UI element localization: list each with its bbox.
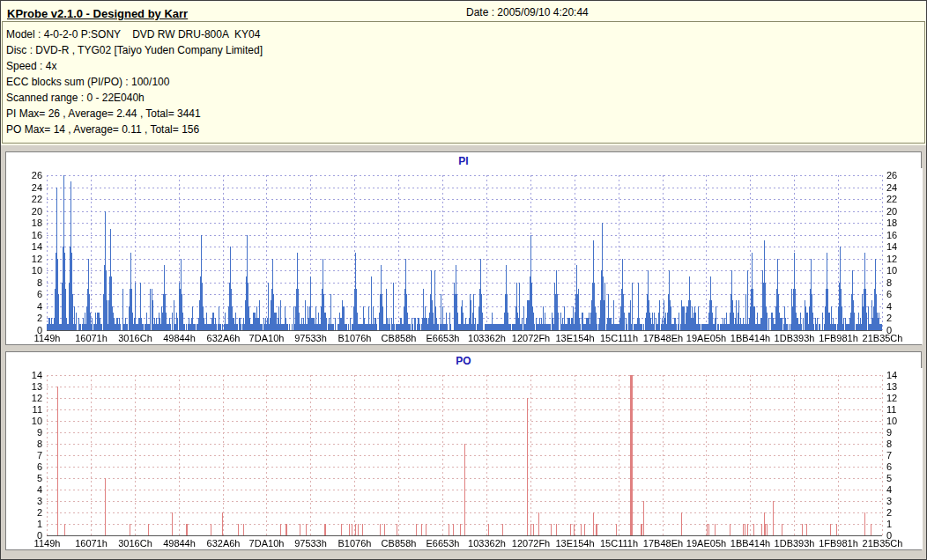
info-panel: Model : 4-0-2-0 P:SONY DVD RW DRU-800A K… (2, 21, 925, 144)
pi-chart-panel: PI (5, 151, 922, 345)
pi-chart-canvas (6, 168, 923, 344)
info-line-disc: Disc : DVD-R , TYG02 [Taiyo Yuden Compan… (6, 42, 921, 58)
info-line-speed: Speed : 4x (6, 58, 921, 74)
po-chart-panel: PO (5, 351, 922, 550)
app-title: KProbe v2.1.0 - Designed by Karr (7, 7, 188, 20)
po-chart-canvas (6, 368, 923, 549)
info-line-pi-stats: PI Max= 26 , Average= 2.44 , Total= 3441 (6, 106, 921, 122)
info-line-model: Model : 4-0-2-0 P:SONY DVD RW DRU-800A K… (6, 26, 921, 42)
header-panel: KProbe v2.1.0 - Designed by Karr Date : … (1, 1, 926, 145)
title-row: KProbe v2.1.0 - Designed by Karr Date : … (2, 2, 925, 21)
info-line-po-stats: PO Max= 14 , Average= 0.11 , Total= 156 (6, 122, 921, 137)
po-chart-title: PO (6, 352, 921, 368)
kprobe-window: KProbe v2.1.0 - Designed by Karr Date : … (0, 0, 927, 560)
date-label: Date : 2005/09/10 4:20:44 (466, 6, 589, 18)
info-line-scanned-range: Scanned range : 0 - 22E040h (6, 90, 921, 106)
pi-chart-title: PI (6, 152, 921, 168)
info-line-ecc: ECC blocks sum (PI/PO) : 100/100 (6, 74, 921, 90)
